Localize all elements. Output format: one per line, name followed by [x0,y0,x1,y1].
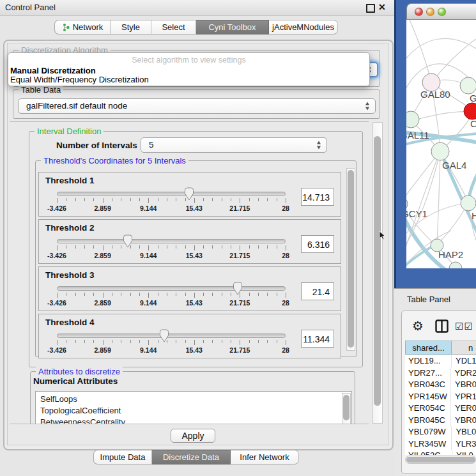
table-cell[interactable]: YDL19... [405,355,451,367]
table-row[interactable]: YBR045CYBR0 [405,415,476,427]
number-of-intervals-combobox[interactable]: 5 [141,137,327,153]
table-cell[interactable]: YBL0 [451,426,476,438]
threshold-label: Threshold 1 [45,176,95,185]
tab-network[interactable]: Network [54,20,111,35]
attribute-list-item[interactable]: TopologicalCoefficient [40,406,121,415]
table-row[interactable]: YDL19...YDL1 [405,355,476,367]
tab-discretize-data[interactable]: Discretize Data [152,450,231,464]
settings-scrollbar-thumb[interactable] [374,136,381,406]
table-cell[interactable]: YBL079W [405,426,451,438]
table-cell[interactable]: YER0 [450,403,476,415]
network-node-label: G [470,93,476,104]
window-minimize-icon[interactable] [426,8,434,16]
table-cell[interactable]: YBR0 [450,379,476,391]
table-cell[interactable]: YIL052C [405,450,452,455]
thresholds-scrollbar[interactable] [346,168,355,351]
window-close-icon[interactable] [415,8,423,16]
slider-thumb[interactable] [231,282,244,295]
slider-tick [185,293,186,296]
table-cell[interactable]: YDR2 [450,367,476,380]
network-node[interactable] [449,262,462,268]
table-column-header-name[interactable]: n [452,341,476,355]
tab-cyni-toolbox[interactable]: Cyni Toolbox [196,20,269,35]
table-row[interactable]: YDR27...YDR2 [405,367,476,380]
slider-tick [112,340,112,343]
tab-select[interactable]: Select [151,20,196,35]
table-body[interactable]: YDL19...YDL1YDR27...YDR2YBR043CYBR0YPR14… [405,355,476,455]
table-cell[interactable]: YDR27... [405,367,450,380]
split-columns-icon[interactable] [435,319,449,333]
tab-impute-data[interactable]: Impute Data [93,450,152,464]
float-window-icon[interactable] [366,4,375,13]
slider-thumb[interactable] [183,187,196,201]
slider-tick [130,340,131,343]
table-row[interactable]: YER054CYER0 [405,403,476,415]
tab-infer-network[interactable]: Infer Network [231,450,299,464]
table-row[interactable]: YPR145WYPR1 [405,391,476,403]
table-cell[interactable]: YER054C [405,403,450,415]
threshold-value-field[interactable]: 14.713 [301,188,334,206]
network-node[interactable] [460,77,476,94]
table-column-header-shared[interactable]: shared... [405,341,452,355]
table-cell[interactable]: YPR1 [450,391,476,403]
network-node[interactable] [431,142,449,160]
settings-scrollbar[interactable] [372,122,383,424]
slider-thumb[interactable] [121,234,134,248]
network-window-titlebar[interactable] [406,3,476,20]
thresholds-scrollbar-thumb[interactable] [348,170,354,348]
slider-tick [103,198,104,203]
bottom-tab-bar: Impute DataDiscretize DataInfer Network [93,450,299,464]
table-cell[interactable]: YBR0 [450,415,476,427]
table-row[interactable]: YBR043CYBR0 [405,379,476,391]
threshold-value-field[interactable]: 6.316 [301,235,334,253]
table-row[interactable]: YLR345WYLR3 [405,438,476,450]
table-cell[interactable]: YBR043C [405,379,450,391]
algorithm-option[interactable]: Equal Width/Frequency Discretization [10,75,149,84]
algorithm-option[interactable]: Manual Discretization [10,66,96,75]
attributes-scrollbar-thumb[interactable] [343,395,349,420]
numerical-attributes-list[interactable]: SelfLoopsTopologicalCoefficientBetweenne… [35,391,352,424]
network-canvas[interactable]: GAL80GCGAL11GAL4GCY1HHAP2 [406,20,476,268]
tab-style[interactable]: Style [111,20,151,35]
slider-thumb[interactable] [158,329,171,342]
slider-tick-label: 28 [282,299,289,307]
attribute-list-item[interactable]: SelfLoops [40,394,77,404]
table-cell[interactable]: YDL1 [451,355,476,367]
slider-tick-label: 2.859 [94,252,111,259]
table-cell[interactable]: YBR045C [405,415,450,427]
network-node[interactable] [461,196,476,211]
application-window: Control Panel ✕ NetworkStyleSelectCyni T… [0,0,476,476]
checkbox-icons[interactable]: ☑☑ [455,321,473,332]
gear-icon[interactable]: ⚙ [412,318,424,334]
table-row[interactable]: YBL079WYBL0 [405,426,476,438]
threshold-panel: Threshold 3-3.4262.8599.14415.4321.71528… [38,266,341,311]
slider-tick [84,340,85,343]
tab-jactivemnodules[interactable]: jActiveMNodules [269,20,338,35]
slider-tick [66,293,66,296]
table-cell[interactable]: YIL0 [452,450,473,455]
table-data-combobox[interactable]: galFiltered.sif default node [18,98,376,114]
table-hscrollbar[interactable] [405,456,476,464]
table-cell[interactable]: YPR145W [405,391,450,403]
slider-tick [267,293,268,296]
slider-track[interactable] [57,192,286,196]
slider-track[interactable] [57,334,286,338]
slider-track[interactable] [57,286,286,291]
slider-tick [277,245,277,249]
slider-track[interactable] [57,239,286,243]
window-maximize-icon[interactable] [438,8,446,16]
threshold-value-field[interactable]: 21.4 [301,282,334,300]
table-row[interactable]: YIL052CYIL0 [405,450,476,455]
table-hscrollbar-thumb[interactable] [406,457,475,463]
table-cell[interactable]: YLR345W [405,438,451,450]
slider-tick [84,198,85,201]
threshold-value-field[interactable]: 11.344 [301,330,334,348]
network-node[interactable] [406,111,419,128]
attributes-scrollbar[interactable] [342,393,351,424]
table-cell[interactable]: YLR3 [451,438,476,450]
slider-tick-label: 28 [282,346,289,354]
close-icon[interactable]: ✕ [378,2,386,12]
apply-button[interactable]: Apply [171,429,215,443]
slider-tick [222,293,222,296]
attribute-list-item[interactable]: BetweennessCentrality [40,417,125,424]
